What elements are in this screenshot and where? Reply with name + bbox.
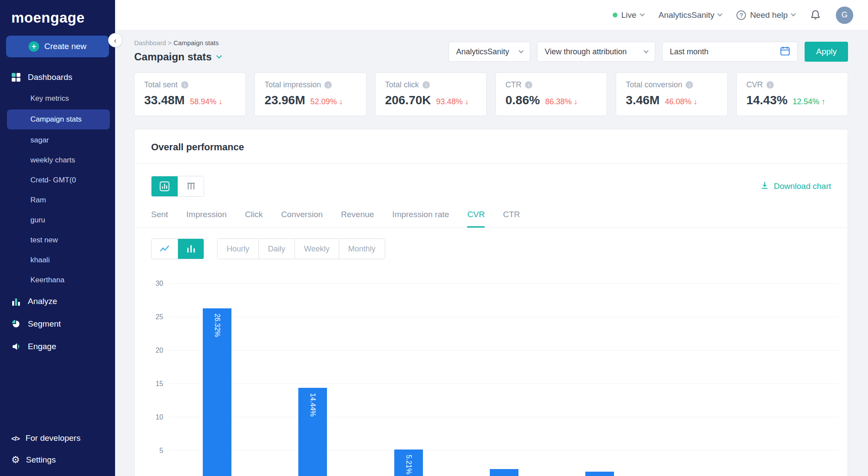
moengage-logo[interactable]: moengage — [0, 0, 115, 30]
stat-value-row: 33.48M58.94% ↓ — [144, 93, 236, 107]
stat-value: 0.86% — [505, 93, 540, 107]
stat-label: Total impressioni — [264, 80, 356, 89]
breadcrumb-current: Campaign stats — [174, 39, 219, 46]
chevron-down-icon — [791, 11, 795, 16]
help-icon: ? — [736, 10, 746, 20]
sidebar-item-cretd-gmt-0[interactable]: Cretd- GMT(0 — [0, 170, 115, 190]
y-tick-label: 15 — [155, 380, 163, 388]
date-range-picker[interactable]: Last month — [662, 42, 798, 62]
bar-cards[interactable] — [490, 469, 518, 476]
info-icon[interactable]: i — [422, 81, 430, 89]
chevron-down-icon — [519, 48, 524, 53]
attribution-select[interactable]: View through attribution — [537, 42, 655, 62]
y-axis: 051015202530 — [144, 284, 169, 476]
topbar: Live AnalyticsSanity ? Need help G — [115, 0, 868, 30]
tab-sent[interactable]: Sent — [151, 210, 168, 228]
bar-sms[interactable]: 5.21% — [394, 450, 423, 476]
bar-value-label: 5.21% — [405, 450, 413, 474]
sidebar-item-khaali[interactable]: khaali — [0, 250, 115, 270]
code-icon: </> — [11, 435, 20, 442]
apply-button[interactable]: Apply — [805, 42, 848, 62]
stat-card-total-impression: Total impressioni23.96M52.09% ↓ — [254, 73, 366, 116]
bar-column-web-personalization — [743, 284, 839, 476]
page-title[interactable]: Campaign stats — [134, 51, 221, 63]
table-view-button[interactable] — [178, 176, 204, 196]
stat-delta: 52.09% ↓ — [310, 97, 343, 106]
info-icon[interactable]: i — [525, 81, 532, 89]
workspace-select[interactable]: AnalyticsSanity — [449, 42, 530, 62]
bar-column-cards — [456, 284, 552, 476]
stat-label: Total clicki — [385, 80, 477, 89]
info-icon[interactable]: i — [766, 81, 774, 89]
info-icon[interactable]: i — [181, 81, 188, 89]
developers-label: For developers — [26, 433, 81, 443]
tab-impression-rate[interactable]: Impression rate — [392, 210, 449, 228]
granularity-hourly[interactable]: Hourly — [218, 239, 258, 259]
sidebar-item-key-metrics[interactable]: Key metrics — [0, 89, 115, 109]
notifications-bell-icon[interactable] — [810, 10, 821, 21]
tab-revenue[interactable]: Revenue — [341, 210, 374, 228]
bar-email[interactable] — [585, 472, 614, 476]
stat-delta: 46.08% ↓ — [665, 97, 697, 106]
stat-delta: 12.54% ↑ — [793, 97, 825, 106]
need-help-label: Need help — [750, 10, 788, 20]
sidebar-item-for-developers[interactable]: </> For developers — [0, 427, 115, 449]
granularity-daily[interactable]: Daily — [258, 239, 294, 259]
sidebar-item-keerthana[interactable]: Keerthana — [0, 270, 115, 290]
tab-impression[interactable]: Impression — [186, 210, 227, 228]
user-avatar[interactable]: G — [836, 7, 853, 24]
sidebar-item-dashboards[interactable]: Dashboards — [0, 66, 115, 89]
granularity-monthly[interactable]: Monthly — [339, 239, 385, 259]
segment-label: Segment — [28, 319, 61, 329]
tab-cvr[interactable]: CVR — [467, 210, 485, 228]
info-icon[interactable]: i — [324, 81, 332, 89]
tab-click[interactable]: Click — [245, 210, 263, 228]
main-area: Live AnalyticsSanity ? Need help G — [115, 0, 868, 476]
stat-card-total-sent: Total senti33.48M58.94% ↓ — [134, 73, 246, 116]
sidebar-item-settings[interactable]: ⚙ Settings — [0, 449, 115, 476]
attribution-select-value: View through attribution — [545, 47, 627, 56]
sidebar-item-ram[interactable]: Ram — [0, 190, 115, 210]
sidebar-collapse-button[interactable]: ‹ — [108, 33, 122, 47]
download-chart-link[interactable]: Download chart — [760, 181, 831, 192]
dashboards-icon — [11, 73, 21, 82]
info-icon[interactable]: i — [686, 81, 693, 89]
stat-value-row: 23.96M52.09% ↓ — [264, 93, 356, 107]
chart-options-toolbar: HourlyDailyWeeklyMonthly — [135, 228, 848, 259]
view-toggle-group — [151, 176, 204, 197]
bar-chart-icon[interactable] — [178, 239, 204, 259]
chevron-down-icon — [640, 11, 644, 16]
stat-value-row: 3.46M46.08% ↓ — [626, 93, 717, 107]
stat-value: 206.70K — [385, 93, 431, 107]
workspace-dropdown[interactable]: AnalyticsSanity — [659, 10, 722, 20]
stat-value: 14.43% — [746, 93, 788, 107]
bar-push[interactable]: 14.44% — [298, 388, 327, 476]
sidebar-item-weekly-charts[interactable]: weekly charts — [0, 150, 115, 170]
sidebar-item-analyze[interactable]: Analyze — [0, 290, 115, 313]
sidebar-item-campaign-stats[interactable]: Campaign stats — [7, 109, 110, 129]
sidebar-item-engage[interactable]: Engage — [0, 335, 115, 358]
y-tick-label: 5 — [159, 447, 163, 455]
need-help-dropdown[interactable]: ? Need help — [736, 10, 795, 20]
chevron-down-icon — [718, 11, 723, 16]
plot-area: 26.32%14.44%5.21% — [169, 284, 839, 476]
live-status-dropdown[interactable]: Live — [613, 10, 644, 20]
stat-card-ctr: CTRi0.86%86.38% ↓ — [495, 73, 607, 116]
breadcrumb: Dashboard > Campaign stats — [134, 39, 221, 46]
breadcrumb-parent[interactable]: Dashboard — [134, 39, 166, 46]
sidebar-item-sagar[interactable]: sagar — [0, 130, 115, 150]
bar-inapp[interactable]: 26.32% — [203, 308, 231, 476]
line-chart-icon[interactable] — [152, 239, 178, 259]
sidebar-item-guru[interactable]: guru — [0, 210, 115, 230]
stat-delta: 58.94% ↓ — [190, 97, 222, 106]
tab-ctr[interactable]: CTR — [503, 210, 520, 228]
sidebar-item-test-new[interactable]: test new — [0, 230, 115, 250]
stat-card-cvr: CVRi14.43%12.54% ↑ — [736, 73, 848, 116]
create-new-button[interactable]: + Create new — [6, 36, 109, 57]
granularity-weekly[interactable]: Weekly — [294, 239, 339, 259]
chart-view-button[interactable] — [152, 176, 178, 196]
sidebar-item-segment[interactable]: Segment — [0, 313, 115, 335]
chevron-down-icon — [644, 48, 649, 53]
bar-column-inapp: 26.32% — [169, 284, 265, 476]
tab-conversion[interactable]: Conversion — [281, 210, 323, 228]
